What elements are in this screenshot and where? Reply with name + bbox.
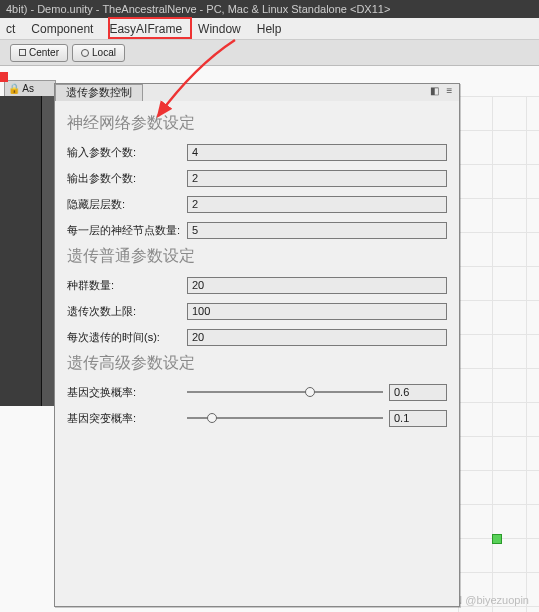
- inspector-panel: 遗传参数控制 ◧ ≡ 神经网络参数设定 输入参数个数: 4 输出参数个数: 2 …: [54, 83, 460, 607]
- annotation-marker: [0, 72, 8, 82]
- row-population: 种群数量: 20: [67, 275, 447, 295]
- panel-body: 神经网络参数设定 输入参数个数: 4 输出参数个数: 2 隐藏层层数: 2 每一…: [55, 101, 459, 440]
- menu-item-easyaiframe[interactable]: EasyAIFrame: [109, 22, 182, 36]
- row-nodes-per-layer: 每一层的神经节点数量: 5: [67, 220, 447, 240]
- menu-item-window[interactable]: Window: [198, 22, 241, 36]
- label-input-params: 输入参数个数:: [67, 145, 187, 160]
- section-title-ga: 遗传普通参数设定: [67, 246, 447, 267]
- center-button[interactable]: Center: [10, 44, 68, 62]
- row-input-params: 输入参数个数: 4: [67, 142, 447, 162]
- row-mutation-prob: 基因突变概率: 0.1: [67, 408, 447, 428]
- panel-tab-row: 遗传参数控制 ◧ ≡: [55, 84, 459, 101]
- local-icon: [81, 49, 89, 57]
- field-input-params[interactable]: 4: [187, 144, 447, 161]
- label-output-params: 输出参数个数:: [67, 171, 187, 186]
- row-hidden-layers: 隐藏层层数: 2: [67, 194, 447, 214]
- menu-bar: ct Component EasyAIFrame Window Help: [0, 18, 539, 40]
- menu-item-edit-trunc[interactable]: ct: [6, 22, 15, 36]
- menu-item-component[interactable]: Component: [31, 22, 93, 36]
- local-button[interactable]: Local: [72, 44, 125, 62]
- panel-tab-label: 遗传参数控制: [66, 86, 132, 98]
- label-crossover-prob: 基因交换概率:: [67, 385, 187, 400]
- label-nodes-per-layer: 每一层的神经节点数量:: [67, 223, 187, 238]
- window-title: 4bit) - Demo.unity - TheAncestralNerve -…: [6, 3, 390, 15]
- field-crossover-prob[interactable]: 0.6: [389, 384, 447, 401]
- gizmo-handle[interactable]: [492, 534, 502, 544]
- local-label: Local: [92, 47, 116, 58]
- field-hidden-layers[interactable]: 2: [187, 196, 447, 213]
- label-population: 种群数量:: [67, 278, 187, 293]
- window-title-bar: 4bit) - Demo.unity - TheAncestralNerve -…: [0, 0, 539, 18]
- slider-mutation-prob[interactable]: [187, 411, 383, 425]
- field-nodes-per-layer[interactable]: 5: [187, 222, 447, 239]
- section-title-adv: 遗传高级参数设定: [67, 353, 447, 374]
- menu-item-help[interactable]: Help: [257, 22, 282, 36]
- field-mutation-prob[interactable]: 0.1: [389, 410, 447, 427]
- center-icon: [19, 49, 26, 56]
- field-population[interactable]: 20: [187, 277, 447, 294]
- panel-menu-icon[interactable]: ≡: [444, 86, 455, 97]
- label-hidden-layers: 隐藏层层数:: [67, 197, 187, 212]
- label-mutation-prob: 基因突变概率:: [67, 411, 187, 426]
- label-gen-time: 每次遗传的时间(s):: [67, 330, 187, 345]
- row-gen-time: 每次遗传的时间(s): 20: [67, 327, 447, 347]
- toolbar: Center Local: [0, 40, 539, 66]
- center-label: Center: [29, 47, 59, 58]
- row-crossover-prob: 基因交换概率: 0.6: [67, 382, 447, 402]
- panel-tab[interactable]: 遗传参数控制: [55, 84, 143, 101]
- label-generation-limit: 遗传次数上限:: [67, 304, 187, 319]
- field-generation-limit[interactable]: 100: [187, 303, 447, 320]
- section-title-nn: 神经网络参数设定: [67, 113, 447, 134]
- asset-tab[interactable]: 🔒 As: [4, 80, 56, 96]
- row-generation-limit: 遗传次数上限: 100: [67, 301, 447, 321]
- row-output-params: 输出参数个数: 2: [67, 168, 447, 188]
- field-output-params[interactable]: 2: [187, 170, 447, 187]
- field-gen-time[interactable]: 20: [187, 329, 447, 346]
- work-area: 🔒 As 遗传参数控制 ◧ ≡ 神经网络参数设定 输入参数个数: 4 输出参数个…: [0, 66, 539, 612]
- panel-dock-icon[interactable]: ◧: [429, 86, 440, 97]
- scene-viewport[interactable]: [0, 96, 42, 406]
- slider-crossover-prob[interactable]: [187, 385, 383, 399]
